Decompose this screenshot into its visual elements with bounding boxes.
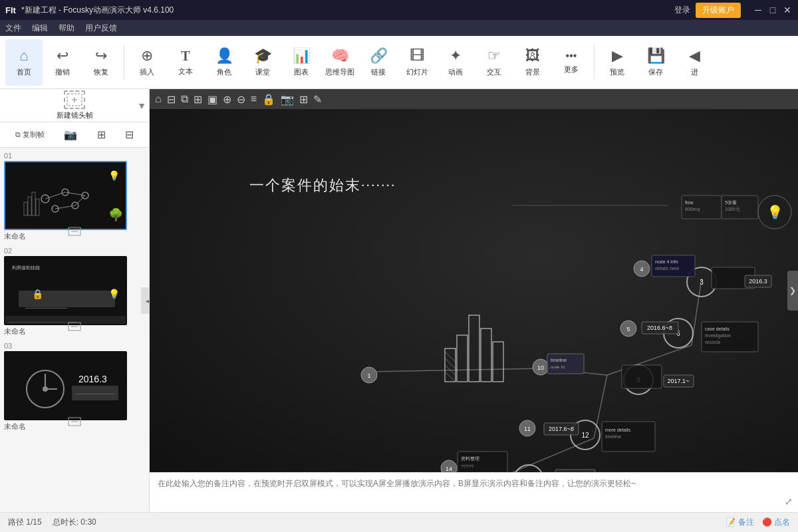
slideshow-icon: 🎞 (410, 47, 424, 65)
svg-text:4: 4 (640, 266, 643, 273)
maximize-button[interactable]: □ (767, 5, 778, 15)
svg-line-121 (445, 372, 456, 382)
save-icon: 💾 (647, 47, 665, 65)
toolbar-mindmap[interactable]: 🧠 思维导图 (321, 39, 358, 86)
toolbar-text[interactable]: T 文本 (167, 39, 204, 86)
undo-icon: ↩ (57, 47, 68, 65)
toolbar-insert-label: 插入 (140, 67, 154, 77)
canvas-lock-icon[interactable]: 🔒 (262, 93, 275, 106)
svg-text:2017.1~: 2017.1~ (668, 378, 690, 384)
svg-text:timeline: timeline (605, 434, 621, 439)
svg-text:details here: details here (655, 266, 679, 271)
toolbar-more[interactable]: ••• 更多 (553, 39, 590, 86)
note-button[interactable]: 📝 备注 (726, 517, 753, 528)
svg-text:timeline: timeline (551, 358, 567, 362)
canvas-frame-icon[interactable]: ▣ (207, 93, 217, 106)
new-frame-button[interactable]: 新建镜头帧 (57, 90, 93, 120)
svg-text:🌳: 🌳 (108, 207, 124, 222)
slide-item-2[interactable]: 02 利用借助技能 ————————— 🔒 💡 ———————————————— (4, 247, 145, 336)
toolbar-home[interactable]: ⌂ 首页 (5, 39, 43, 86)
menu-edit[interactable]: 编辑 (32, 23, 48, 34)
role-icon: 👤 (215, 47, 233, 65)
svg-text:2016.3: 2016.3 (749, 278, 767, 285)
toolbar-chart[interactable]: 📊 图表 (283, 39, 320, 86)
menu-feedback[interactable]: 用户反馈 (85, 23, 117, 34)
svg-text:?????: ????? (461, 464, 474, 469)
toolbar-home-label: 首页 (17, 67, 31, 77)
svg-text:800m/y: 800m/y (685, 207, 700, 212)
canvas-grid-icon[interactable]: ⊞ (299, 93, 308, 106)
sidebar-toolbar: 新建镜头帧 ▼ (0, 89, 149, 122)
canvas-zoom-out-icon[interactable]: ⊖ (237, 93, 245, 106)
main-layout: 新建镜头帧 ▼ ⧉ 复制帧 📷 ⊞ ⊟ 01 一个案件的始末 (0, 89, 798, 512)
notes-input[interactable] (158, 478, 790, 507)
sidebar-expand-icon[interactable]: ▼ (137, 100, 146, 111)
canvas-main[interactable]: 3 6 9 12 1 4 5 10 (150, 109, 798, 472)
note-icon: 📝 (726, 517, 735, 527)
right-expand-icon: ❯ (789, 286, 796, 295)
toolbar-class-label: 课堂 (255, 67, 270, 77)
toolbar-slideshow[interactable]: 🎞 幻灯片 (398, 39, 436, 86)
menu-help[interactable]: 帮助 (59, 23, 74, 34)
canvas-home-icon[interactable]: ⌂ (155, 93, 162, 106)
upgrade-button[interactable]: 升级账户 (696, 3, 741, 18)
notes-expand-icon[interactable]: ⤢ (785, 496, 793, 507)
svg-text:🔒: 🔒 (32, 289, 44, 300)
toolbar-insert[interactable]: ⊕ 插入 (128, 39, 166, 86)
close-button[interactable]: ✕ (782, 5, 793, 15)
svg-line-119 (445, 358, 456, 368)
svg-text:——————————: —————————— (75, 392, 115, 396)
canvas-paste-icon[interactable]: ⊞ (194, 93, 202, 106)
svg-text:records: records (705, 340, 721, 344)
toolbar-undo[interactable]: ↩ 撤销 (44, 39, 81, 86)
minimize-button[interactable]: ─ (753, 5, 763, 15)
svg-text:—————————————————: ————————————————— (9, 320, 76, 324)
bg-icon: 🖼 (525, 47, 540, 65)
copy-frame-button[interactable]: ⧉ 复制帧 (15, 130, 45, 140)
svg-line-118 (445, 352, 456, 362)
slide-item-3[interactable]: 03 2016.3 —————————— (4, 342, 145, 432)
slides-list: 01 一个案件的始末 (0, 148, 149, 512)
toolbar-link[interactable]: 🔗 链接 (360, 39, 397, 86)
slide-placeholder-icon-3 (68, 417, 81, 429)
slide-thumb-1: 一个案件的始末 (4, 161, 127, 230)
toolbar-role[interactable]: 👤 角色 (205, 39, 243, 86)
canvas-photo-icon[interactable]: 📷 (281, 93, 294, 106)
toolbar-animation[interactable]: ✦ 动画 (437, 39, 474, 86)
right-expand-button[interactable]: ❯ (787, 271, 798, 311)
toolbar-nav[interactable]: ◀ 进 (676, 39, 713, 86)
slide-thumb-2: 利用借助技能 ————————— 🔒 💡 ————————————————— (4, 256, 127, 325)
svg-rect-117 (493, 342, 503, 382)
toolbar-interact[interactable]: ☞ 交互 (475, 39, 513, 86)
toolbar-save[interactable]: 💾 保存 (637, 39, 674, 86)
toolbar-interact-label: 交互 (487, 67, 501, 77)
svg-text:1000元: 1000元 (725, 207, 740, 211)
toolbar-preview[interactable]: ▶ 预览 (598, 39, 636, 86)
canvas-title: 一个案件的始末······· (249, 176, 396, 196)
canvas-zoom-in-icon[interactable]: ⊕ (223, 93, 231, 106)
text-icon: T (181, 49, 190, 64)
notes-area: ⤢ (150, 472, 798, 512)
canvas-edit-icon[interactable]: ✎ (313, 93, 322, 106)
toolbar-chart-label: 图表 (294, 67, 309, 77)
slide-num-3: 03 (4, 342, 145, 350)
login-button[interactable]: 登录 (674, 5, 690, 16)
screenshot-button[interactable]: 📷 (64, 128, 77, 141)
canvas-duplicate-icon[interactable]: ⧉ (181, 93, 188, 106)
link-icon: 🔗 (370, 47, 388, 65)
dotname-button[interactable]: 🔴 点名 (762, 517, 790, 528)
toolbar-redo[interactable]: ↪ 恢复 (82, 39, 120, 86)
new-frame-icon (64, 90, 85, 109)
canvas-align-icon[interactable]: ≡ (251, 93, 257, 106)
toolbar-class[interactable]: 🎓 课堂 (244, 39, 281, 86)
sidebar-collapse-button[interactable]: ◀ (141, 287, 150, 314)
expand-frame-button[interactable]: ⊞ (97, 128, 106, 141)
svg-text:—————————: ————————— (25, 305, 67, 310)
preview-icon: ▶ (612, 47, 623, 65)
toolbar-bg[interactable]: 🖼 背景 (514, 39, 551, 86)
collapse-frame-button[interactable]: ⊟ (125, 128, 134, 141)
svg-text:5: 5 (626, 326, 630, 332)
canvas-copy-icon[interactable]: ⊟ (167, 93, 176, 106)
menu-file[interactable]: 文件 (5, 23, 21, 34)
slide-item-1[interactable]: 01 一个案件的始末 (4, 152, 145, 241)
